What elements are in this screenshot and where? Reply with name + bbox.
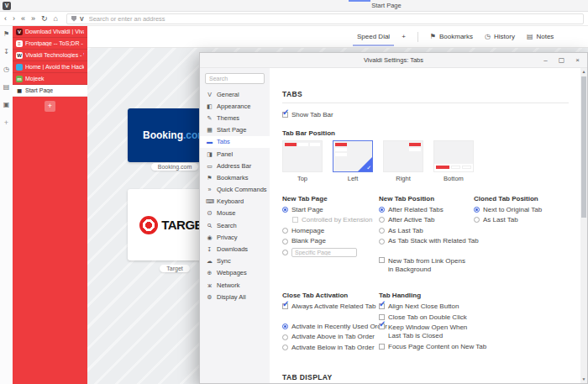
checkbox-keep-window-open[interactable]: Keep Window Open When Last Tab is Closed xyxy=(379,324,474,339)
checkbox-new-tab-background[interactable]: New Tab from Link Opens in Background xyxy=(379,257,474,273)
tab-download-vivaldi[interactable]: V Download Vivaldi | Vivald xyxy=(13,26,87,38)
tab-start-page[interactable]: ▦ Start Page xyxy=(13,85,87,97)
tab-tosdr[interactable]: ≡ Frontpage -- ToS;DR - Term xyxy=(13,38,87,50)
notes-view-tab[interactable]: ▤ Notes xyxy=(527,33,554,40)
nav-bookmarks[interactable]: ⚑Bookmarks xyxy=(200,171,270,183)
privacy-eye-icon: ◉ xyxy=(206,234,213,240)
radio-icon xyxy=(474,207,480,213)
bookmarks-panel-icon[interactable]: ⚑ xyxy=(3,31,9,38)
radio-as-tab-stack[interactable]: As Tab Stack with Related Tab xyxy=(379,237,474,245)
check-icon: ✓ xyxy=(366,165,371,171)
shield-icon[interactable] xyxy=(71,16,76,22)
nav-themes[interactable]: ✎Themes xyxy=(200,112,270,124)
speed-dial-tab[interactable]: Speed Dial xyxy=(357,33,390,40)
checkbox-always-activate-related[interactable]: Always Activate Related Tab xyxy=(282,302,379,311)
position-option-right[interactable]: Right xyxy=(383,140,423,182)
nav-address-bar[interactable]: ▭Address Bar xyxy=(200,160,270,171)
windows-panel-icon[interactable]: ▣ xyxy=(3,102,10,108)
position-option-left[interactable]: ✓ Left xyxy=(333,140,373,182)
new-tab-button[interactable]: + xyxy=(45,101,55,112)
add-panel-icon[interactable]: + xyxy=(4,119,8,127)
settings-scrollbar[interactable]: ▲ ▼ xyxy=(580,68,587,383)
history-panel-icon[interactable]: ◷ xyxy=(3,66,9,73)
nav-start-page[interactable]: ▦Start Page xyxy=(200,124,270,136)
radio-activate-above[interactable]: Activate Above in Tab Order xyxy=(282,333,379,341)
bookmarks-view-tab[interactable]: ⚑ Bookmarks xyxy=(430,33,473,40)
minimize-button[interactable]: – xyxy=(538,53,554,68)
checkbox-align-next-close[interactable]: Align Next Close Button xyxy=(379,302,474,311)
favicon-avoidthehack xyxy=(16,64,23,71)
radio-start-page[interactable]: Start Page xyxy=(282,206,379,214)
divider xyxy=(282,103,569,103)
address-bar-icon: ▭ xyxy=(206,163,213,169)
scrollbar-thumb[interactable] xyxy=(581,76,586,218)
nav-privacy[interactable]: ◉Privacy xyxy=(200,231,270,243)
close-tab-activation-group: Close Tab Activation Always Activate Rel… xyxy=(282,292,379,354)
checkbox-focus-page-content[interactable]: Focus Page Content on New Tab xyxy=(379,343,474,351)
tab-wikipedia[interactable]: W Vivaldi Technologies - Wiki xyxy=(13,50,87,61)
start-page-navbar: Speed Dial + ⚑ Bookmarks ◷ History ▤ Not… xyxy=(87,26,588,48)
radio-icon xyxy=(474,217,480,223)
radio-cloned-as-last-tab[interactable]: As Last Tab xyxy=(474,216,569,224)
settings-title: Vivaldi Settings: Tabs xyxy=(200,56,587,64)
tile-label-target: Target xyxy=(160,265,189,272)
nav-quick-commands[interactable]: »Quick Commands xyxy=(200,184,270,196)
settings-titlebar[interactable]: Vivaldi Settings: Tabs – ▢ × xyxy=(200,53,587,68)
nav-tabs[interactable]: ▬Tabs xyxy=(200,136,270,148)
checkbox-close-double-click[interactable]: Close Tab on Double Click xyxy=(379,313,474,322)
rewind-icon[interactable]: « xyxy=(21,15,25,23)
vivaldi-icon: V xyxy=(206,92,213,97)
notes-panel-icon[interactable]: ▤ xyxy=(3,84,10,91)
radio-after-active-tab[interactable]: After Active Tab xyxy=(379,216,474,224)
nav-keyboard[interactable]: ⌨Keyboard xyxy=(200,196,270,208)
forward-icon[interactable]: › xyxy=(13,15,15,23)
address-bar[interactable]: V xyxy=(66,13,584,24)
reload-icon[interactable]: ↻ xyxy=(41,15,48,23)
radio-after-related-tabs[interactable]: After Related Tabs xyxy=(379,206,474,214)
position-option-bottom[interactable]: Bottom xyxy=(433,140,474,182)
nav-search[interactable]: ⚲Search xyxy=(200,219,270,231)
back-icon[interactable]: ‹ xyxy=(4,15,7,23)
radio-blank-page[interactable]: Blank Page xyxy=(282,237,379,245)
add-speed-dial-button[interactable]: + xyxy=(402,33,406,40)
nav-mouse[interactable]: ʘMouse xyxy=(200,208,270,219)
checkbox-show-tab-bar[interactable]: Show Tab Bar xyxy=(282,111,569,119)
fast-forward-icon[interactable]: » xyxy=(31,15,35,23)
radio-as-last-tab[interactable]: As Last Tab xyxy=(379,227,474,235)
history-view-tab[interactable]: ◷ History xyxy=(485,33,515,40)
nav-display-all[interactable]: ⚙Display All xyxy=(200,291,270,302)
downloads-panel-icon[interactable]: ↧ xyxy=(3,49,9,55)
maximize-button[interactable]: ▢ xyxy=(554,53,570,68)
radio-specific-page[interactable] xyxy=(282,248,379,257)
checkbox-controlled-by-extension[interactable]: Controlled by Extension xyxy=(292,216,379,224)
radio-icon xyxy=(379,228,385,234)
tab-mojeek[interactable]: m Mojeek xyxy=(13,73,87,85)
vivaldi-menu-icon[interactable]: V xyxy=(3,2,11,10)
close-button[interactable]: × xyxy=(570,53,585,68)
home-icon[interactable]: ⌂ xyxy=(54,15,58,23)
nav-sync[interactable]: ☁Sync xyxy=(200,255,270,267)
radio-icon xyxy=(379,239,385,245)
checkbox-icon xyxy=(379,324,385,329)
position-option-top[interactable]: Top xyxy=(282,140,323,182)
new-tab-position-group: New Tab Position After Related Tabs Afte… xyxy=(379,195,474,276)
nav-general[interactable]: VGeneral xyxy=(200,88,270,100)
settings-search-input[interactable] xyxy=(205,73,265,84)
nav-panel[interactable]: ◨Panel xyxy=(200,148,270,160)
radio-next-to-original[interactable]: Next to Original Tab xyxy=(474,206,569,214)
checkbox-icon xyxy=(379,257,385,263)
scroll-up-icon[interactable]: ▲ xyxy=(580,68,587,75)
radio-activate-below[interactable]: Activate Below in Tab Order xyxy=(282,344,379,352)
tab-avoid-the-hack[interactable]: Home | Avoid the Hack! xyxy=(13,61,87,73)
radio-recently-used-order[interactable]: Activate in Recently Used Order xyxy=(282,323,379,331)
scroll-down-icon[interactable]: ▼ xyxy=(580,376,587,382)
nav-webpages[interactable]: ⊕Webpages xyxy=(200,267,270,279)
address-input[interactable] xyxy=(87,14,579,24)
nav-appearance[interactable]: ◧Appearance xyxy=(200,100,270,112)
nav-downloads[interactable]: ↧Downloads xyxy=(200,243,270,255)
specific-page-input[interactable] xyxy=(291,248,357,257)
panel-strip: ⚑ ↧ ◷ ▤ ▣ + xyxy=(0,26,13,384)
tab-bar-position-options: Top ✓ Left Right Bottom xyxy=(282,140,569,182)
radio-homepage[interactable]: Homepage xyxy=(282,227,379,235)
nav-network[interactable]: жNetwork xyxy=(200,279,270,291)
